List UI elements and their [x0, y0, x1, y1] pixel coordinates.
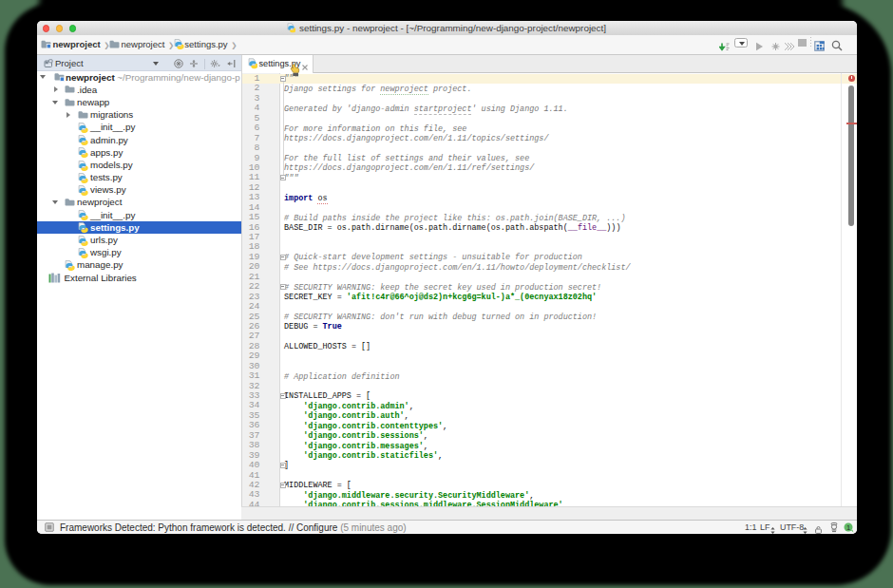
svg-text:1: 1 [846, 522, 850, 531]
